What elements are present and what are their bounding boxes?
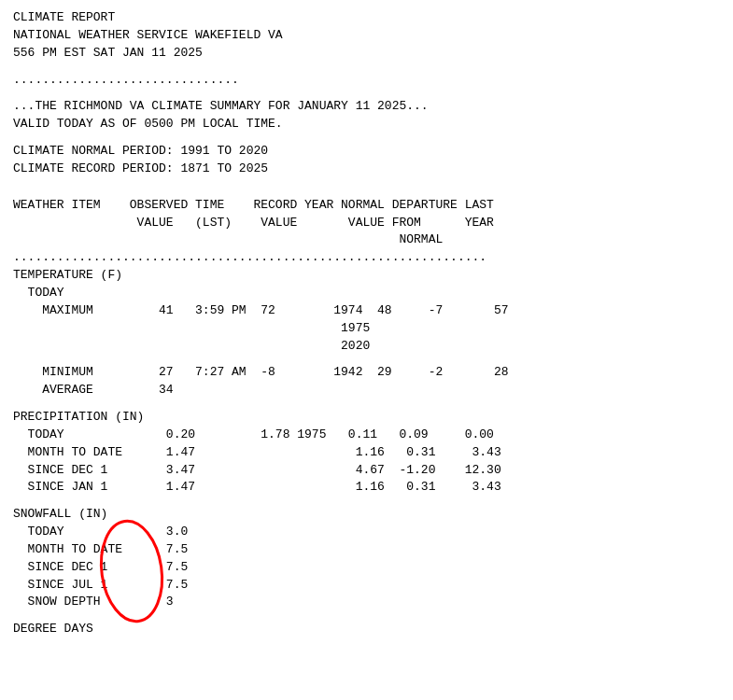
temperature-header: TEMPERATURE (F) [13,267,720,285]
precipitation-header: PRECIPITATION (IN) [13,409,720,427]
precipitation-dec1: SINCE DEC 1 3.47 4.67 -1.20 12.30 [13,462,720,480]
precipitation-jan1: SINCE JAN 1 1.47 1.16 0.31 3.43 [13,479,720,497]
header-line1: CLIMATE REPORT [13,9,720,27]
degree-days-header: DEGREE DAYS [13,621,720,638]
temperature-maximum-year3: 2020 [13,338,720,356]
header-line3: 556 PM EST SAT JAN 11 2025 [13,45,720,63]
temperature-maximum-row: MAXIMUM 41 3:59 PM 72 1974 48 -7 57 [13,302,720,320]
temperature-maximum-year2: 1975 [13,320,720,338]
summary-line2: VALID TODAY AS OF 0500 PM LOCAL TIME. [13,116,720,133]
temperature-average-row: AVERAGE 34 [13,382,720,399]
snowfall-depth: SNOW DEPTH 3 [13,594,188,611]
temperature-today: TODAY [13,285,720,302]
table-divider: ........................................… [13,249,720,267]
header-line2: NATIONAL WEATHER SERVICE WAKEFIELD VA [13,27,720,45]
temperature-minimum-row: MINIMUM 27 7:27 AM -8 1942 29 -2 28 [13,364,720,382]
snowfall-values-block: TODAY 3.0 MONTH TO DATE 7.5 SINCE DEC 1 … [13,524,188,611]
table-header-row3: NORMAL [13,231,720,249]
divider1: ............................... [13,72,720,90]
snowfall-header: SNOWFALL (IN) [13,506,720,524]
normal-period: CLIMATE NORMAL PERIOD: 1991 TO 2020 [13,143,720,161]
table-header-row2: VALUE (LST) VALUE VALUE FROM YEAR [13,215,720,232]
precipitation-month: MONTH TO DATE 1.47 1.16 0.31 3.43 [13,444,720,462]
report-container: CLIMATE REPORT NATIONAL WEATHER SERVICE … [13,9,720,638]
snowfall-dec1: SINCE DEC 1 7.5 [13,559,188,577]
maximum-label: MAXIMUM 41 3:59 PM 72 1974 48 -7 57 [13,303,509,317]
snowfall-month: MONTH TO DATE 7.5 [13,541,188,559]
record-period: CLIMATE RECORD PERIOD: 1871 TO 2025 [13,161,720,178]
summary-line1: ...THE RICHMOND VA CLIMATE SUMMARY FOR J… [13,98,720,116]
precipitation-today: TODAY 0.20 1.78 1975 0.11 0.09 0.00 [13,427,720,444]
snowfall-today: TODAY 3.0 [13,524,188,541]
table-header-row1: WEATHER ITEM OBSERVED TIME RECORD YEAR N… [13,197,720,215]
snowfall-jul1: SINCE JUL 1 7.5 [13,577,188,595]
